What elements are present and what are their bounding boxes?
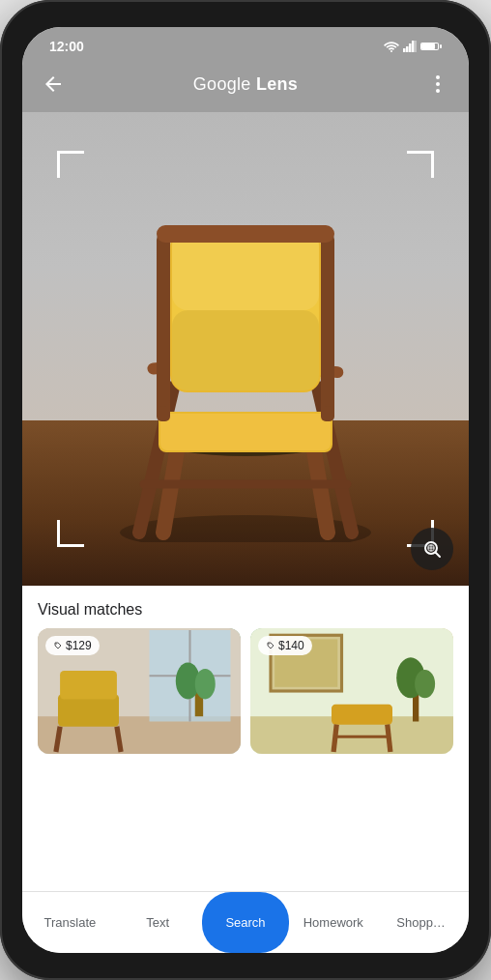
- status-time: 12:00: [49, 39, 84, 54]
- top-bar: Google Lens: [22, 62, 469, 112]
- svg-rect-31: [172, 310, 319, 390]
- match-card-1[interactable]: $129: [38, 628, 241, 754]
- svg-marker-5: [415, 41, 417, 52]
- matches-grid: $129: [22, 628, 469, 891]
- svg-rect-47: [60, 671, 117, 699]
- match-card-2[interactable]: $140: [250, 628, 453, 754]
- svg-rect-32: [157, 225, 334, 243]
- tab-search[interactable]: Search: [202, 892, 290, 953]
- app-title: Google Lens: [193, 74, 298, 95]
- tab-homework[interactable]: Homework: [289, 892, 377, 953]
- tab-bar: Translate Text Search Homework Shopp…: [22, 891, 469, 953]
- svg-rect-3: [409, 43, 412, 52]
- svg-point-10: [436, 75, 440, 79]
- tab-text[interactable]: Text: [114, 892, 202, 953]
- status-icons: [384, 41, 442, 52]
- content-area: Visual matches: [22, 586, 469, 891]
- visual-matches-title: Visual matches: [22, 586, 469, 628]
- phone-frame: 12:00: [0, 0, 491, 980]
- chair-illustration: [22, 112, 469, 586]
- phone-screen: 12:00: [22, 27, 469, 953]
- svg-point-62: [268, 643, 270, 645]
- svg-point-0: [390, 50, 392, 52]
- tab-shopping[interactable]: Shopp…: [377, 892, 465, 953]
- lens-search-button[interactable]: [411, 528, 453, 570]
- svg-line-34: [436, 553, 441, 558]
- price-1: $129: [66, 639, 92, 652]
- price-badge-1: $129: [45, 636, 100, 655]
- svg-rect-2: [406, 46, 409, 52]
- svg-point-50: [55, 643, 57, 645]
- tab-search-label: Search: [225, 915, 265, 930]
- svg-point-12: [436, 89, 440, 93]
- svg-line-59: [333, 725, 336, 752]
- svg-rect-21: [160, 414, 331, 450]
- tab-text-label: Text: [146, 915, 169, 930]
- svg-rect-9: [440, 44, 442, 48]
- signal-icon: [403, 41, 417, 52]
- svg-rect-4: [412, 41, 415, 52]
- svg-rect-26: [157, 233, 170, 407]
- wifi-icon: [384, 41, 399, 52]
- tab-translate-label: Translate: [44, 915, 97, 930]
- svg-rect-1: [403, 48, 406, 52]
- battery-icon: [420, 41, 442, 52]
- more-options-button[interactable]: [422, 69, 453, 100]
- svg-point-57: [415, 670, 435, 698]
- tab-shopping-label: Shopp…: [396, 915, 446, 930]
- price-badge-2: $140: [258, 636, 312, 655]
- back-button[interactable]: [38, 69, 69, 100]
- svg-rect-27: [321, 233, 334, 407]
- tab-homework-label: Homework: [303, 915, 363, 930]
- camera-image-area: [22, 112, 469, 586]
- svg-point-11: [436, 82, 440, 86]
- status-bar: 12:00: [22, 27, 469, 62]
- svg-line-60: [388, 725, 390, 752]
- svg-rect-58: [332, 705, 392, 725]
- svg-rect-8: [421, 43, 435, 49]
- svg-point-45: [195, 669, 216, 700]
- price-2: $140: [278, 639, 304, 652]
- subject-image: [22, 112, 469, 586]
- tab-translate[interactable]: Translate: [26, 892, 114, 953]
